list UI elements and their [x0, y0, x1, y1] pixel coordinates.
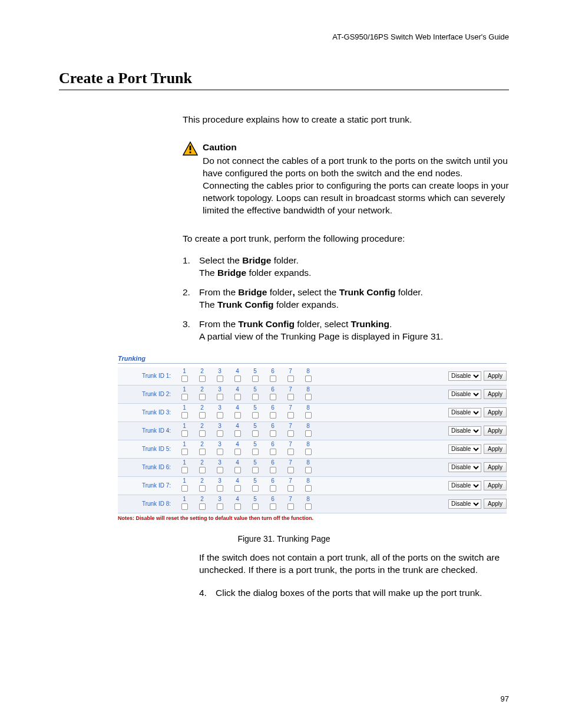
- port-checkbox[interactable]: [287, 430, 293, 437]
- apply-button[interactable]: Apply: [484, 480, 507, 490]
- port-checkbox[interactable]: [305, 412, 311, 419]
- port-checkbox[interactable]: [181, 375, 187, 382]
- port-checkbox[interactable]: [216, 412, 223, 419]
- port-checkbox[interactable]: [216, 467, 223, 473]
- port-checkbox[interactable]: [234, 394, 240, 400]
- port-checkbox[interactable]: [199, 375, 205, 382]
- apply-button[interactable]: Apply: [484, 462, 507, 472]
- apply-button[interactable]: Apply: [484, 444, 507, 454]
- trunk-status-select[interactable]: Disable: [448, 371, 481, 381]
- port-checkbox[interactable]: [216, 375, 223, 382]
- port-checkbox[interactable]: [269, 503, 276, 510]
- port-checkbox[interactable]: [252, 467, 258, 473]
- port-checkbox[interactable]: [234, 430, 240, 437]
- caution-body: Do not connect the cables of a port trun…: [203, 155, 509, 217]
- trunk-status-select[interactable]: Disable: [448, 408, 481, 417]
- apply-button[interactable]: Apply: [484, 426, 507, 436]
- port-checkbox[interactable]: [181, 467, 187, 473]
- port-checkbox[interactable]: [199, 394, 205, 400]
- port-checkbox[interactable]: [234, 375, 240, 382]
- port-checkbox[interactable]: [252, 449, 258, 455]
- port-checkbox[interactable]: [234, 467, 240, 473]
- port-checkbox[interactable]: [181, 503, 187, 510]
- port-cell: 7: [282, 460, 299, 475]
- port-checkbox[interactable]: [252, 412, 258, 419]
- port-checkbox[interactable]: [269, 375, 276, 382]
- port-cell: 8: [299, 368, 317, 384]
- trunk-row: Trunk ID 1:12345678DisableApply: [118, 367, 507, 386]
- apply-button[interactable]: Apply: [484, 389, 507, 399]
- port-cell: 3: [211, 423, 229, 439]
- port-checkbox[interactable]: [269, 394, 276, 400]
- port-checkbox[interactable]: [252, 430, 258, 437]
- port-checkbox[interactable]: [287, 485, 293, 492]
- port-checkbox[interactable]: [234, 503, 240, 510]
- panel-title: Trunking: [118, 354, 507, 364]
- page-header: AT-GS950/16PS Switch Web Interface User'…: [59, 32, 509, 41]
- port-checkbox[interactable]: [305, 467, 311, 473]
- port-checkbox[interactable]: [269, 430, 276, 437]
- port-checkbox[interactable]: [252, 485, 258, 492]
- port-checkbox[interactable]: [305, 375, 311, 382]
- port-checkbox[interactable]: [181, 485, 187, 492]
- port-checkbox[interactable]: [216, 394, 223, 400]
- port-checkbox[interactable]: [199, 449, 205, 455]
- port-checkbox[interactable]: [269, 485, 276, 492]
- trunk-status-select[interactable]: Disable: [448, 499, 481, 509]
- apply-button[interactable]: Apply: [484, 499, 507, 509]
- port-checkbox[interactable]: [216, 485, 223, 492]
- port-number: 6: [264, 423, 282, 429]
- trunk-status-select[interactable]: Disable: [448, 444, 481, 454]
- port-checkbox[interactable]: [305, 503, 311, 510]
- port-checkbox[interactable]: [216, 449, 223, 455]
- port-checkbox[interactable]: [181, 430, 187, 437]
- trunk-status-select[interactable]: Disable: [448, 390, 481, 399]
- port-cell: 7: [282, 423, 299, 439]
- trunk-status-select[interactable]: Disable: [448, 481, 481, 490]
- port-checkbox[interactable]: [181, 412, 187, 419]
- step-2: 2. From the Bridge folder, select the Tr…: [183, 286, 509, 311]
- port-cell: 6: [264, 405, 282, 420]
- port-checkbox[interactable]: [269, 412, 276, 419]
- port-number: 5: [246, 405, 264, 411]
- port-checkbox[interactable]: [287, 503, 293, 510]
- port-checkbox[interactable]: [287, 412, 293, 419]
- port-checkbox[interactable]: [269, 449, 276, 455]
- trunk-status-select[interactable]: Disable: [448, 426, 481, 436]
- port-checkbox[interactable]: [287, 449, 293, 455]
- apply-button[interactable]: Apply: [484, 371, 507, 381]
- port-checkbox[interactable]: [234, 485, 240, 492]
- port-checkbox[interactable]: [199, 430, 205, 437]
- port-checkbox[interactable]: [287, 467, 293, 473]
- port-cell: 5: [246, 387, 264, 402]
- port-checkbox[interactable]: [216, 503, 223, 510]
- port-checkbox[interactable]: [199, 412, 205, 419]
- port-checkbox[interactable]: [199, 503, 205, 510]
- port-checkbox[interactable]: [305, 394, 311, 400]
- port-checkbox[interactable]: [234, 449, 240, 455]
- port-checkbox[interactable]: [269, 467, 276, 473]
- port-cell: 4: [229, 423, 246, 439]
- port-cell: 7: [282, 368, 299, 384]
- port-checkbox[interactable]: [199, 467, 205, 473]
- port-checkbox[interactable]: [216, 430, 223, 437]
- port-checkbox[interactable]: [199, 485, 205, 492]
- port-checkbox[interactable]: [305, 485, 311, 492]
- port-number: 7: [282, 496, 299, 502]
- port-checkbox[interactable]: [234, 412, 240, 419]
- port-cell: 1: [176, 478, 193, 493]
- port-checkbox[interactable]: [252, 503, 258, 510]
- port-checkbox[interactable]: [287, 375, 293, 382]
- port-cell: 3: [211, 460, 229, 475]
- port-checkbox[interactable]: [287, 394, 293, 400]
- port-checkbox[interactable]: [181, 394, 187, 400]
- port-checkbox[interactable]: [181, 449, 187, 455]
- trunk-status-select[interactable]: Disable: [448, 463, 481, 472]
- port-checkbox[interactable]: [252, 375, 258, 382]
- port-checkbox[interactable]: [305, 449, 311, 455]
- step-number: 3.: [183, 318, 199, 343]
- apply-button[interactable]: Apply: [484, 407, 507, 417]
- port-checkbox[interactable]: [252, 394, 258, 400]
- port-checkbox[interactable]: [305, 430, 311, 437]
- folder-name: Bridge: [238, 287, 267, 297]
